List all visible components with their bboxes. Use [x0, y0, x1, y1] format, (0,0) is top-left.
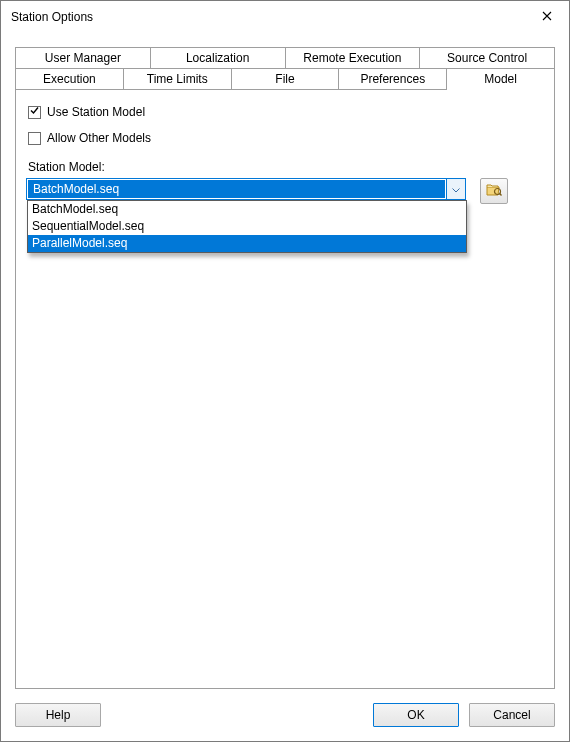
tab-row-1: User Manager Localization Remote Executi… [15, 47, 555, 68]
station-model-label: Station Model: [28, 160, 544, 174]
use-station-model-row: Use Station Model [28, 102, 544, 122]
tab-page-model: Use Station Model Allow Other Models Sta… [15, 89, 555, 689]
svg-line-1 [500, 193, 502, 195]
titlebar: Station Options [1, 1, 569, 33]
use-station-model-label: Use Station Model [47, 105, 145, 119]
station-model-option[interactable]: BatchModel.seq [28, 201, 466, 218]
station-options-dialog: Station Options User Manager Localizatio… [0, 0, 570, 742]
allow-other-models-checkbox[interactable] [28, 132, 41, 145]
combobox-dropdown-button[interactable] [446, 179, 465, 199]
station-model-row: BatchModel.seq BatchModel.seq Sequential… [26, 178, 544, 204]
station-model-value: BatchModel.seq [28, 180, 445, 198]
station-model-combobox[interactable]: BatchModel.seq BatchModel.seq Sequential… [26, 178, 466, 200]
station-model-dropdown[interactable]: BatchModel.seq SequentialModel.seq Paral… [27, 200, 467, 253]
tab-row-2: Execution Time Limits File Preferences M… [15, 68, 555, 89]
use-station-model-checkbox[interactable] [28, 106, 41, 119]
tab-file[interactable]: File [231, 68, 340, 89]
close-icon [542, 10, 552, 24]
tab-source-control[interactable]: Source Control [419, 47, 555, 68]
tab-control: User Manager Localization Remote Executi… [15, 47, 555, 689]
cancel-button[interactable]: Cancel [469, 703, 555, 727]
folder-search-icon [486, 183, 502, 200]
window-title: Station Options [11, 10, 525, 24]
station-model-option[interactable]: ParallelModel.seq [28, 235, 466, 252]
tab-execution[interactable]: Execution [15, 68, 124, 89]
chevron-down-icon [452, 182, 460, 196]
allow-other-models-label: Allow Other Models [47, 131, 151, 145]
tab-time-limits[interactable]: Time Limits [123, 68, 232, 89]
tab-headers: User Manager Localization Remote Executi… [15, 47, 555, 89]
browse-button[interactable] [480, 178, 508, 204]
allow-other-models-row: Allow Other Models [28, 128, 544, 148]
checkmark-icon [29, 105, 40, 119]
ok-button[interactable]: OK [373, 703, 459, 727]
tab-user-manager[interactable]: User Manager [15, 47, 151, 68]
tab-remote-execution[interactable]: Remote Execution [285, 47, 421, 68]
dialog-buttons: Help OK Cancel [15, 703, 555, 729]
tab-preferences[interactable]: Preferences [338, 68, 447, 89]
client-area: User Manager Localization Remote Executi… [1, 33, 569, 741]
help-button[interactable]: Help [15, 703, 101, 727]
station-model-option[interactable]: SequentialModel.seq [28, 218, 466, 235]
tab-localization[interactable]: Localization [150, 47, 286, 68]
tab-model[interactable]: Model [446, 68, 555, 89]
close-button[interactable] [525, 1, 569, 33]
